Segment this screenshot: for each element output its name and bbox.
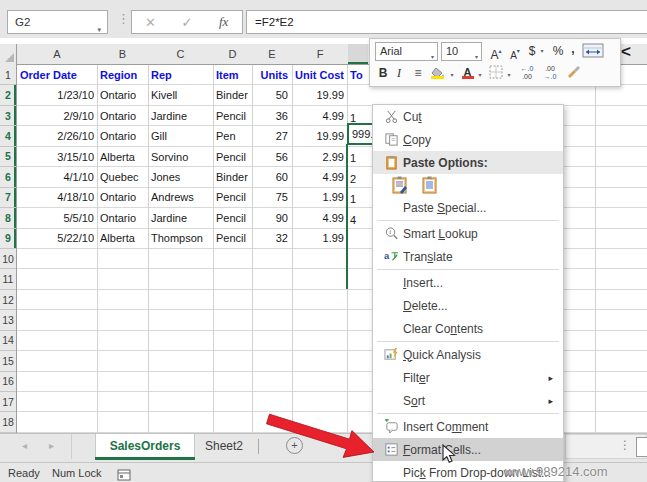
header-region[interactable]: Region: [100, 65, 146, 85]
chevron-down-icon[interactable]: ▾: [448, 66, 456, 84]
menu-item-paste-options[interactable]: Paste Options:: [373, 151, 563, 174]
cell-unit-cost[interactable]: 4.99: [292, 167, 344, 187]
row-header-17[interactable]: 17: [0, 392, 16, 412]
menu-item-sort[interactable]: Sort ▸: [373, 389, 563, 412]
cell-item[interactable]: Pencil: [216, 106, 250, 126]
font-size-combo[interactable]: 10 ▾: [441, 42, 482, 61]
menu-item-cut[interactable]: Cut: [373, 105, 563, 128]
menu-item-filter[interactable]: Filter ▸: [373, 366, 563, 389]
cell-region[interactable]: Ontario: [100, 208, 146, 228]
cell-unit-cost[interactable]: 1.99: [292, 187, 344, 207]
row-header-16[interactable]: 16: [0, 372, 16, 392]
font-name-combo[interactable]: Arial ▾: [375, 42, 438, 61]
row-header-15[interactable]: 15: [0, 351, 16, 371]
cell-item[interactable]: Binder: [216, 167, 250, 187]
cell-region[interactable]: Ontario: [100, 106, 146, 126]
cell-item[interactable]: Pencil: [216, 208, 250, 228]
cell-rep[interactable]: Thompson: [151, 228, 211, 248]
header-rep[interactable]: Rep: [151, 65, 211, 85]
cell-units[interactable]: 32: [252, 228, 288, 248]
column-header-g-selected[interactable]: [348, 44, 368, 64]
cell-rep[interactable]: Jardine: [151, 208, 211, 228]
chevron-down-icon[interactable]: ▾: [538, 42, 546, 60]
row-header-18[interactable]: 18: [0, 412, 16, 432]
g-cell-partial[interactable]: 1: [350, 189, 370, 209]
increase-font-button[interactable]: A▴: [488, 42, 504, 60]
menu-item-quick-analysis[interactable]: Quick Analysis: [373, 343, 563, 366]
cell-rep[interactable]: Gill: [151, 126, 211, 146]
cell-order-date[interactable]: 5/22/10: [17, 228, 94, 248]
sheet-nav-left-icon[interactable]: ◂: [22, 440, 27, 451]
cell-unit-cost[interactable]: 19.99: [292, 85, 344, 105]
cell-order-date[interactable]: 4/1/10: [17, 167, 94, 187]
tab-sheet2[interactable]: Sheet2: [196, 434, 252, 458]
menu-item-insert-comment[interactable]: Insert Comment: [373, 415, 563, 438]
decrease-font-button[interactable]: A▾: [507, 42, 523, 60]
tab-salesorders[interactable]: SalesOrders: [95, 434, 195, 458]
cell-unit-cost[interactable]: 2.99: [292, 147, 344, 167]
scroll-left-button[interactable]: [636, 437, 647, 457]
g-cell-partial[interactable]: 2: [350, 169, 370, 189]
macro-record-icon[interactable]: [117, 467, 131, 482]
enter-icon[interactable]: ✓: [169, 15, 206, 30]
row-header-10[interactable]: 10: [0, 249, 16, 269]
decrease-decimal-button[interactable]: .00 →.0: [540, 65, 560, 81]
chevron-down-icon[interactable]: ▾: [476, 66, 484, 84]
cell-units[interactable]: 60: [252, 167, 288, 187]
center-align-icon[interactable]: ≡: [410, 64, 426, 82]
cell-region[interactable]: Alberta: [100, 147, 146, 167]
column-header-b[interactable]: B: [97, 44, 148, 64]
name-box[interactable]: G2 ▾: [7, 10, 108, 34]
column-header-f[interactable]: F: [292, 44, 348, 64]
column-header-a[interactable]: A: [17, 44, 97, 64]
borders-icon[interactable]: [489, 65, 503, 83]
g-cell-partial[interactable]: 1: [350, 148, 370, 168]
cancel-icon[interactable]: ✕: [132, 15, 169, 30]
cell-units[interactable]: 27: [252, 126, 288, 146]
cell-order-date[interactable]: 5/5/10: [17, 208, 94, 228]
formula-input[interactable]: =F2*E2: [246, 10, 647, 34]
column-header-e[interactable]: E: [252, 44, 292, 64]
cell-order-date[interactable]: 2/26/10: [17, 126, 94, 146]
bold-button[interactable]: B: [377, 64, 389, 82]
cell-item[interactable]: Pencil: [216, 147, 250, 167]
header-order-date[interactable]: Order Date: [20, 65, 97, 85]
row-header-14[interactable]: 14: [0, 331, 16, 351]
cell-order-date[interactable]: 3/15/10: [17, 147, 94, 167]
cell-rep[interactable]: Kivell: [151, 85, 211, 105]
cell-rep[interactable]: Jardine: [151, 106, 211, 126]
cell-rep[interactable]: Jones: [151, 167, 211, 187]
merge-center-icon[interactable]: [582, 43, 604, 62]
header-total-truncated[interactable]: To: [350, 65, 370, 85]
paste-keep-formatting-icon[interactable]: [389, 174, 411, 196]
column-header-c[interactable]: C: [148, 44, 213, 64]
cell-region[interactable]: Ontario: [100, 85, 146, 105]
sheet-nav-right-icon[interactable]: ▸: [49, 440, 54, 451]
accounting-format-button[interactable]: $: [526, 42, 538, 60]
scrollbar-splitter-icon[interactable]: ⋮: [619, 438, 631, 452]
row-header-13[interactable]: 13: [0, 310, 16, 330]
menu-item-copy[interactable]: Copy: [373, 128, 563, 151]
menu-item-paste-special[interactable]: Paste Special...: [373, 196, 563, 219]
cell-order-date[interactable]: 4/18/10: [17, 187, 94, 207]
menu-item-translate[interactable]: a Translate: [373, 245, 563, 268]
cell-unit-cost[interactable]: 19.99: [292, 126, 344, 146]
cell-unit-cost[interactable]: 1.99: [292, 228, 344, 248]
cell-units[interactable]: 90: [252, 208, 288, 228]
increase-decimal-button[interactable]: ←.0 .00: [517, 65, 537, 81]
fill-color-icon[interactable]: [431, 65, 446, 83]
format-painter-icon[interactable]: [566, 64, 582, 83]
cell-region[interactable]: Alberta: [100, 228, 146, 248]
header-units[interactable]: Units: [252, 65, 288, 85]
chevron-down-icon[interactable]: ▾: [505, 66, 513, 84]
cell-item[interactable]: Pen: [216, 126, 250, 146]
cell-item[interactable]: Binder: [216, 85, 250, 105]
cell-rep[interactable]: Sorvino: [151, 147, 211, 167]
select-all-corner[interactable]: [0, 44, 17, 65]
cell-units[interactable]: 36: [252, 106, 288, 126]
header-item[interactable]: Item: [216, 65, 250, 85]
cell-units[interactable]: 56: [252, 147, 288, 167]
row-header-12[interactable]: 12: [0, 290, 16, 310]
cell-region[interactable]: Ontario: [100, 187, 146, 207]
row-header-11[interactable]: 11: [0, 269, 16, 289]
